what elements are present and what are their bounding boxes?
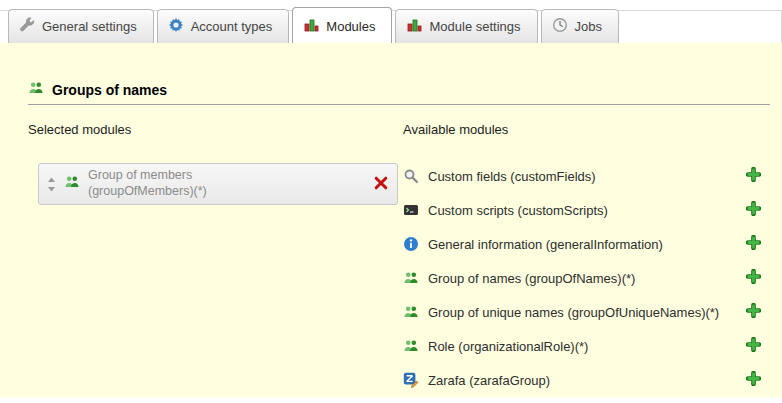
group-icon [403,270,419,286]
tab-strip: General settings Account types Modules M… [0,10,782,44]
add-module-button[interactable] [746,167,761,185]
available-module-label: Group of names (groupOfNames)(*) [428,271,635,286]
available-module-row: Custom fields (customFields) [403,159,761,193]
available-module-label: Custom scripts (customScripts) [428,203,608,218]
info-icon [403,236,419,252]
terminal-icon [403,202,419,218]
magnifier-icon [403,168,419,184]
red-cross-icon [373,175,389,194]
page: General settings Account types Modules M… [0,0,782,403]
section-title-text: Groups of names [52,82,167,98]
add-module-button[interactable] [746,201,761,219]
available-module-row: Group of unique names (groupOfUniqueName… [403,295,761,329]
content-panel: Groups of names Selected modules Group o… [0,43,782,397]
available-module-label: Zarafa (zarafaGroup) [428,373,550,388]
add-module-button[interactable] [746,235,761,253]
add-module-button[interactable] [746,303,761,321]
add-module-button[interactable] [746,269,761,287]
divider [28,104,770,105]
group-icon [64,174,80,194]
clock-icon [552,17,568,36]
green-plus-icon [746,201,761,219]
available-module-row: Role (organizationalRole)(*) [403,329,761,363]
green-plus-icon [746,269,761,287]
zarafa-icon [403,372,419,388]
wrench-icon [19,17,35,36]
available-module-label: General information (generalInformation) [428,237,663,252]
add-module-button[interactable] [746,337,761,355]
available-module-row: Group of names (groupOfNames)(*) [403,261,761,295]
available-module-label: Group of unique names (groupOfUniqueName… [428,305,719,320]
tab-list: General settings Account types Modules M… [8,7,622,44]
remove-module-button[interactable] [373,175,389,194]
selected-modules-column: Selected modules Group of members (group… [28,122,400,205]
tab-label: Module settings [429,19,520,34]
tab-label: General settings [42,19,137,34]
tab-account-types[interactable]: Account types [157,9,290,44]
section-title: Groups of names [28,80,167,99]
add-module-button[interactable] [746,371,761,389]
selected-module-label: Group of members (groupOfMembers)(*) [88,168,238,199]
tab-general-settings[interactable]: General settings [8,9,154,44]
modules-chart-icon [406,17,422,36]
green-plus-icon [746,303,761,321]
green-plus-icon [746,167,761,185]
modules-chart-icon [303,17,319,36]
available-modules-list: Custom fields (customFields) Custom scri… [403,159,761,397]
tab-label: Account types [191,19,273,34]
selected-modules-heading: Selected modules [28,122,400,137]
tab-modules[interactable]: Modules [292,7,392,44]
available-module-row: Zarafa (zarafaGroup) [403,363,761,397]
available-module-label: Role (organizationalRole)(*) [428,339,588,354]
group-icon [403,338,419,354]
tab-jobs[interactable]: Jobs [541,9,619,44]
selected-module-row: Group of members (groupOfMembers)(*) [38,163,398,205]
available-module-row: Custom scripts (customScripts) [403,193,761,227]
drag-handle-icon[interactable] [47,177,56,192]
green-plus-icon [746,337,761,355]
available-modules-column: Available modules Custom fields (customF… [403,122,761,397]
group-icon [28,80,44,99]
tab-label: Modules [326,19,375,34]
available-module-label: Custom fields (customFields) [428,169,596,184]
tab-label: Jobs [575,19,602,34]
green-plus-icon [746,371,761,389]
available-module-row: General information (generalInformation) [403,227,761,261]
gear-icon [168,17,184,36]
available-modules-heading: Available modules [403,122,761,137]
tab-module-settings[interactable]: Module settings [395,9,537,44]
green-plus-icon [746,235,761,253]
group-icon [403,304,419,320]
